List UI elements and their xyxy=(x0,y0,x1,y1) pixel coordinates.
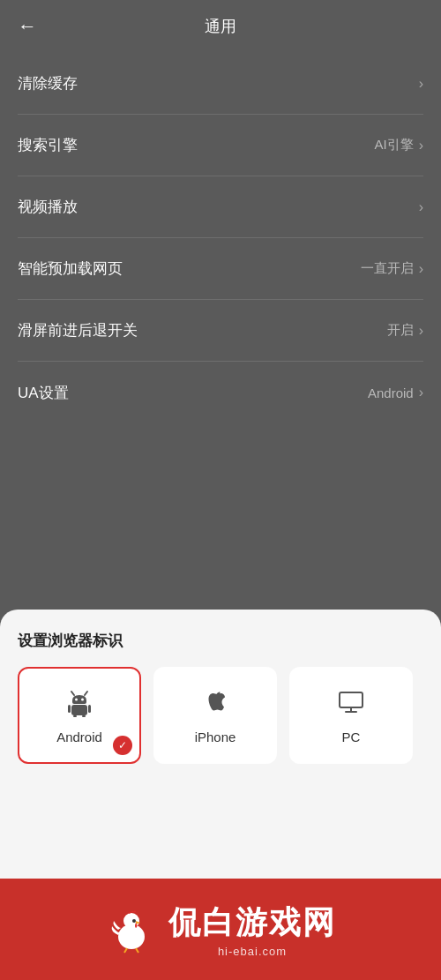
item-label-search-engine: 搜索引擎 xyxy=(18,135,78,155)
item-label-swipe: 滑屏前进后退开关 xyxy=(18,320,138,340)
settings-list: 清除缓存 › 搜索引擎 AI引擎 › 视频播放 › 智能预加载网页 一直开启 › xyxy=(0,53,441,423)
settings-item-swipe[interactable]: 滑屏前进后退开关 开启 › xyxy=(18,300,423,362)
sheet-title: 设置浏览器标识 xyxy=(18,631,423,651)
chevron-icon-search-engine: › xyxy=(419,138,423,153)
item-right-preload: 一直开启 › xyxy=(361,260,423,277)
svg-rect-4 xyxy=(71,705,87,715)
svg-line-16 xyxy=(136,948,138,953)
svg-rect-5 xyxy=(68,705,71,713)
iphone-label: iPhone xyxy=(195,729,236,744)
item-label-preload: 智能预加载网页 xyxy=(18,258,123,279)
ua-option-android[interactable]: Android ✓ xyxy=(18,667,141,764)
svg-rect-6 xyxy=(88,705,91,713)
item-right-ua: Android › xyxy=(368,385,423,400)
android-label: Android xyxy=(56,729,102,744)
svg-line-0 xyxy=(71,692,74,695)
svg-point-2 xyxy=(75,699,78,701)
item-right-search-engine: AI引擎 › xyxy=(374,137,423,153)
item-value-search-engine: AI引擎 xyxy=(374,137,413,153)
item-right-swipe: 开启 › xyxy=(387,322,423,339)
item-value-preload: 一直开启 xyxy=(361,260,414,277)
android-icon xyxy=(64,686,95,722)
apple-icon xyxy=(199,686,231,722)
svg-point-14 xyxy=(132,919,136,923)
watermark-bar: 侃白游戏网 hi-ebai.com xyxy=(0,879,441,980)
svg-rect-7 xyxy=(73,715,77,717)
settings-item-clear-cache[interactable]: 清除缓存 › xyxy=(18,53,423,115)
settings-item-search-engine[interactable]: 搜索引擎 AI引擎 › xyxy=(18,115,423,176)
ua-options-container: Android ✓ iPhone xyxy=(18,667,423,764)
item-right-clear-cache: › xyxy=(419,76,423,92)
item-label-clear-cache: 清除缓存 xyxy=(18,73,78,94)
svg-line-15 xyxy=(124,948,127,953)
ua-option-iphone[interactable]: iPhone xyxy=(153,667,277,764)
watermark-main-text: 侃白游戏网 xyxy=(168,901,336,945)
settings-item-preload[interactable]: 智能预加载网页 一直开启 › xyxy=(18,238,423,300)
page-title: 通用 xyxy=(205,16,236,37)
chevron-icon-preload: › xyxy=(419,261,423,277)
chevron-icon-swipe: › xyxy=(419,323,423,339)
settings-item-video[interactable]: 视频播放 › xyxy=(18,176,423,238)
item-right-video: › xyxy=(419,199,423,215)
svg-point-3 xyxy=(81,699,84,701)
chevron-icon-ua: › xyxy=(419,385,423,400)
item-value-ua: Android xyxy=(368,385,414,400)
watermark-text: 侃白游戏网 hi-ebai.com xyxy=(168,901,336,958)
rooster-icon xyxy=(105,903,158,956)
chevron-icon-clear-cache: › xyxy=(419,76,423,92)
pc-icon xyxy=(335,686,367,722)
watermark-sub-text: hi-ebai.com xyxy=(218,945,287,958)
item-value-swipe: 开启 xyxy=(387,322,414,339)
back-button[interactable]: ← xyxy=(18,15,37,38)
ua-option-pc[interactable]: PC xyxy=(289,667,413,764)
svg-rect-8 xyxy=(82,715,86,717)
pc-label: PC xyxy=(342,729,361,744)
settings-background: ← 通用 清除缓存 › 搜索引擎 AI引擎 › 视频播放 › 智能预加载网页 xyxy=(0,0,441,635)
header: ← 通用 xyxy=(0,0,441,53)
chevron-icon-video: › xyxy=(419,199,423,215)
item-label-video: 视频播放 xyxy=(18,197,78,217)
settings-item-ua[interactable]: UA设置 Android › xyxy=(18,362,423,423)
item-label-ua: UA设置 xyxy=(18,383,69,403)
svg-rect-9 xyxy=(340,692,363,707)
android-checkmark: ✓ xyxy=(113,736,132,755)
svg-line-1 xyxy=(85,692,87,695)
